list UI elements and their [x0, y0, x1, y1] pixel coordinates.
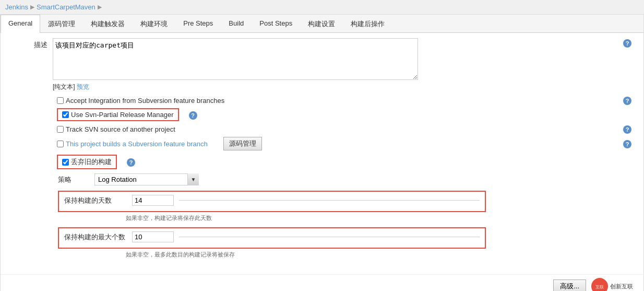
days-input[interactable]: [132, 195, 174, 206]
logo-svg: 互联: [592, 279, 607, 291]
breadcrumb: Jenkins ▶ SmartCarpetMaven ▶: [0, 0, 644, 14]
tab-general[interactable]: General: [1, 15, 40, 33]
checkbox2-row: Use Svn-Partial Release Manager ?: [11, 108, 633, 121]
logo-text: 创新互联: [610, 283, 633, 290]
strategy-row: 策略 Log Rotation ▼: [11, 173, 633, 185]
description-label: 描述: [11, 38, 53, 50]
days-section: 保持构建的天数 如果非空，构建记录将保存此天数: [11, 191, 633, 222]
tab-bar: General 源码管理 构建触发器 构建环境 Pre Steps Build …: [1, 15, 643, 33]
checkbox5-row: 丢弃旧的构建 ?: [11, 155, 633, 169]
description-help-icon[interactable]: ?: [623, 39, 631, 48]
count-input[interactable]: [132, 231, 174, 242]
checkbox1-input[interactable]: [57, 97, 64, 104]
logo-area: 互联 创新互联: [591, 278, 633, 291]
count-section: 保持构建的最大个数 如果非空，最多此数目的构建记录将被保存: [11, 227, 633, 259]
description-row: 描述 [纯文本] 预览 ?: [11, 38, 633, 91]
tab-triggers[interactable]: 构建触发器: [83, 15, 133, 33]
checkbox4-label: This project builds a Subversion feature…: [66, 140, 208, 148]
checkbox4-input[interactable]: [57, 141, 64, 147]
checkbox5-highlight-box: 丢弃旧的构建: [57, 155, 117, 169]
count-row: 保持构建的最大个数: [64, 231, 480, 242]
tab-env[interactable]: 构建环境: [133, 15, 175, 33]
svg-text:互联: 互联: [595, 285, 604, 289]
checkbox2-help-icon[interactable]: ?: [189, 111, 197, 120]
checkbox3-row: Track SVN source of another project ?: [11, 124, 633, 134]
checkbox2-input[interactable]: [62, 111, 69, 118]
count-hint: 如果非空，最多此数目的构建记录将被保存: [58, 251, 633, 259]
count-line: [179, 237, 480, 237]
checkbox5-label: 丢弃旧的构建: [71, 157, 112, 167]
tab-presteps[interactable]: Pre Steps: [175, 15, 221, 33]
checkbox5-help-icon[interactable]: ?: [127, 158, 135, 167]
advanced-button[interactable]: 高级...: [553, 280, 586, 291]
checkbox2-highlight-box: Use Svn-Partial Release Manager: [57, 108, 179, 121]
strategy-label: 策略: [58, 175, 89, 184]
tab-build[interactable]: Build: [221, 15, 252, 33]
description-textarea[interactable]: [53, 38, 418, 80]
checkbox1-row: Accept Integration from Subversion featu…: [11, 96, 633, 105]
breadcrumb-project[interactable]: SmartCarpetMaven: [37, 3, 96, 11]
days-row: 保持构建的天数: [64, 195, 480, 206]
days-highlight-box: 保持构建的天数: [58, 191, 486, 212]
days-line: [179, 200, 480, 201]
count-label: 保持构建的最大个数: [64, 232, 132, 242]
checkbox3-label: Track SVN source of another project: [66, 125, 175, 133]
checkbox4-row: This project builds a Subversion feature…: [11, 137, 633, 150]
plain-text-label: [纯文本]: [53, 83, 75, 90]
tab-postbuild[interactable]: 构建后操作: [343, 15, 392, 33]
count-highlight-box: 保持构建的最大个数: [58, 227, 486, 249]
checkbox1-label: Accept Integration from Subversion featu…: [66, 97, 224, 104]
breadcrumb-arrow1: ▶: [30, 4, 34, 10]
breadcrumb-jenkins[interactable]: Jenkins: [5, 3, 28, 11]
checkbox3-input[interactable]: [57, 126, 64, 133]
plain-text-row: [纯文本] 预览: [53, 83, 617, 91]
tab-source[interactable]: 源码管理: [40, 15, 83, 33]
checkbox1-help-icon[interactable]: ?: [623, 97, 631, 105]
breadcrumb-arrow2: ▶: [98, 4, 102, 10]
tab-poststeps[interactable]: Post Steps: [252, 15, 300, 33]
checkbox4-help-icon[interactable]: ?: [623, 140, 631, 148]
advanced-area: 高级... 互联 创新互联: [1, 274, 643, 291]
source-control-button[interactable]: 源码管理: [223, 137, 262, 150]
preview-link[interactable]: 预览: [77, 83, 89, 90]
tab-settings[interactable]: 构建设置: [300, 15, 343, 33]
checkbox5-input[interactable]: [62, 159, 69, 166]
strategy-select[interactable]: Log Rotation: [94, 173, 199, 185]
checkbox2-label: Use Svn-Partial Release Manager: [71, 111, 174, 119]
days-hint: 如果非空，构建记录将保存此天数: [58, 214, 633, 222]
description-control: [纯文本] 预览: [53, 38, 617, 91]
logo-icon: 互联: [591, 278, 608, 291]
strategy-select-wrap: Log Rotation ▼: [94, 173, 199, 185]
checkbox3-help-icon[interactable]: ?: [623, 125, 631, 134]
days-label: 保持构建的天数: [64, 196, 132, 205]
